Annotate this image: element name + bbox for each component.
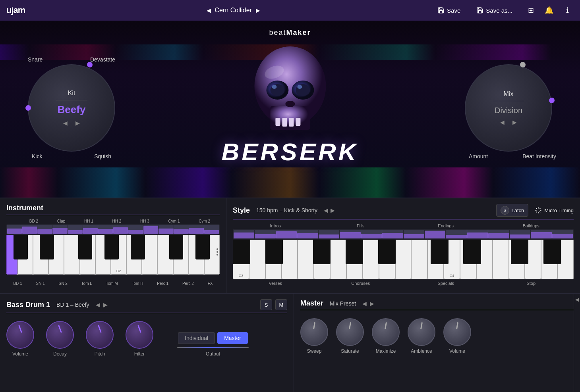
cat-fills: Fills xyxy=(318,223,404,228)
inst-perc2: Perc 2 xyxy=(182,281,194,286)
snare-label: Snare xyxy=(28,56,43,63)
preset-name: Cern Collider xyxy=(215,7,252,14)
master-divider xyxy=(300,310,574,310)
mix-knob-area: Mix Division ◀ ▶ Amount Beat Intensity xyxy=(461,56,556,159)
preset-prev-button[interactable]: ◀ xyxy=(207,7,211,13)
track-label-cym2: Cym 2 xyxy=(199,219,210,223)
kit-prev-arrow[interactable]: ◀ xyxy=(63,120,68,126)
inst-sn2: SN 2 xyxy=(59,281,68,286)
sweep-knob[interactable] xyxy=(300,318,328,346)
mix-label: Mix xyxy=(504,90,514,98)
preset-nav: ◀ Cern Collider ▶ xyxy=(41,7,425,14)
svg-point-8 xyxy=(272,85,276,89)
bd-divider xyxy=(6,313,287,313)
cat-intros: Intros xyxy=(233,223,318,228)
style-categories-bottom: Verses Choruses Specials Stop xyxy=(233,281,574,286)
inst-toml: Tom L xyxy=(81,281,92,286)
devastate-label: Devastate xyxy=(90,56,115,63)
master-next-arrow[interactable]: ▶ xyxy=(370,300,374,307)
kit-arrows: ◀ ▶ xyxy=(63,120,80,126)
maximize-label: Maximize xyxy=(376,348,396,354)
svg-rect-13 xyxy=(289,118,294,127)
volume-knob-wrapper: Volume xyxy=(6,321,34,357)
inst-bd1: BD 1 xyxy=(13,281,22,286)
squish-label: Squish xyxy=(94,153,111,159)
saturate-knob[interactable] xyxy=(336,318,364,346)
kit-knob[interactable]: Kit Beefy ◀ ▶ xyxy=(28,64,115,152)
kit-label: Kit xyxy=(68,90,75,97)
save-button[interactable]: Save xyxy=(433,5,464,15)
preset-next-button[interactable]: ▶ xyxy=(256,7,260,13)
individual-button[interactable]: Individual xyxy=(178,332,215,344)
filter-knob[interactable] xyxy=(126,321,153,349)
track-label-clap: Clap xyxy=(57,219,66,223)
filter-knob-wrapper: Filter xyxy=(126,321,153,357)
filter-label: Filter xyxy=(134,351,145,357)
mute-button[interactable]: M xyxy=(275,299,287,310)
amount-label: Amount xyxy=(469,153,488,159)
pitch-knob[interactable] xyxy=(86,321,114,349)
ambience-knob[interactable] xyxy=(408,318,435,346)
velocity-bars xyxy=(6,224,220,234)
volume-label: Volume xyxy=(12,351,28,357)
volume-knob[interactable] xyxy=(6,321,34,349)
style-next-arrow[interactable]: ▶ xyxy=(331,207,335,213)
top-bar: ujam ◀ Cern Collider ▶ Save Save as... ⊞… xyxy=(0,0,580,21)
main-visual: Snare Devastate Kit Beefy ◀ ▶ Kick Squis… xyxy=(0,21,580,199)
instrument-section: Instrument BD 2 Clap HH 1 HH 2 HH 3 Cym … xyxy=(0,198,226,293)
bd-knobs-row: Volume Decay Pitch Filter Indivi xyxy=(6,321,287,357)
style-prev-arrow[interactable]: ◀ xyxy=(324,207,328,213)
bd-next-arrow[interactable]: ▶ xyxy=(103,302,108,308)
top-bar-right: ⊞ 🔔 ℹ xyxy=(524,4,574,17)
skull-image xyxy=(234,38,346,150)
svg-rect-12 xyxy=(282,118,287,127)
mix-next-arrow[interactable]: ▶ xyxy=(512,119,517,125)
save-icon xyxy=(437,7,445,14)
instrument-bottom-labels: BD 1 SN 1 SN 2 Tom L Tom M Tom H Perc 1 … xyxy=(6,281,220,286)
bd-prev-arrow[interactable]: ◀ xyxy=(96,302,100,308)
pitch-knob-wrapper: Pitch xyxy=(86,321,114,357)
kit-next-arrow[interactable]: ▶ xyxy=(75,120,80,126)
save-as-button[interactable]: Save as... xyxy=(472,5,516,15)
style-categories-top: Intros Fills Endings Buildups xyxy=(233,223,574,228)
sweep-knob-wrapper: Sweep xyxy=(300,318,328,354)
berserk-title: BERSERK xyxy=(221,138,358,166)
mix-knob[interactable]: Mix Division ◀ ▶ xyxy=(465,64,552,152)
style-piano[interactable]: C3 C4 xyxy=(233,240,574,279)
c2-label: C2 xyxy=(116,269,121,273)
panel-row-bottom: Bass Drum 1 BD 1 – Beefy ◀ ▶ S M Volume xyxy=(0,294,580,392)
expand-button[interactable]: ⊞ xyxy=(524,4,537,17)
kick-label: Kick xyxy=(32,153,42,159)
inst-sn1: SN 1 xyxy=(36,281,44,286)
style-header: Style 150 bpm – Kick & Shorty ◀ ▶ 6 Latc… xyxy=(233,204,574,217)
beat-intensity-label: Beat Intensity xyxy=(522,153,556,159)
decay-knob-wrapper: Decay xyxy=(46,321,74,357)
notifications-button[interactable]: 🔔 xyxy=(543,4,555,17)
style-divider xyxy=(233,219,574,219)
save-as-icon xyxy=(476,7,483,14)
mix-divider xyxy=(493,101,524,101)
info-button[interactable]: ℹ xyxy=(561,4,574,17)
master-prev-arrow[interactable]: ◀ xyxy=(362,300,367,307)
inst-tomm: Tom M xyxy=(106,281,118,286)
right-scroll[interactable]: ◀ xyxy=(574,294,580,392)
mix-arrows: ◀ ▶ xyxy=(500,119,517,125)
mix-prev-arrow[interactable]: ◀ xyxy=(500,119,505,125)
svg-point-9 xyxy=(297,85,302,89)
instrument-piano[interactable]: C2 xyxy=(6,224,220,280)
sweep-label: Sweep xyxy=(307,348,322,354)
style-title: Style xyxy=(233,206,250,215)
style-nav-arrows: ◀ ▶ xyxy=(324,207,335,213)
piano-white-keys[interactable]: C2 xyxy=(6,235,220,275)
latch-button[interactable]: 6 Latch xyxy=(496,204,529,217)
scroll-arrow-right[interactable]: ◀ xyxy=(575,297,579,302)
master-volume-knob[interactable] xyxy=(443,318,471,346)
output-switch: Individual Master xyxy=(178,332,248,344)
micro-timing-button[interactable]: Micro Timing xyxy=(535,207,574,214)
instrument-title: Instrument xyxy=(6,204,220,212)
decay-knob[interactable] xyxy=(46,321,74,349)
solo-button[interactable]: S xyxy=(260,299,272,310)
master-button[interactable]: Master xyxy=(217,332,248,344)
output-area: Individual Master Output xyxy=(177,332,249,357)
maximize-knob[interactable] xyxy=(372,318,400,346)
